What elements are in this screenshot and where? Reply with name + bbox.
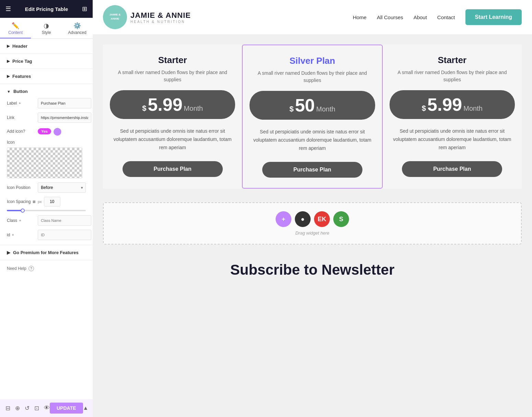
halfcircle-icon: ◑ — [44, 22, 49, 29]
icon-position-select-wrap: Before After — [38, 182, 86, 193]
card-title-0: Starter — [158, 55, 187, 65]
logo-brand-name: JAMIE & ANNIE — [130, 11, 191, 20]
tab-advanced[interactable]: ⚙️ Advanced — [62, 18, 93, 38]
icon-spacing-input[interactable] — [44, 197, 60, 206]
button-label-row: Label ✦ ⊞ — [7, 98, 86, 108]
price-amount-0: 5.99 — [148, 96, 182, 114]
card-body-0: Sed ut perspiciatis unde omnis iste natu… — [110, 127, 235, 152]
sidebar-title: Edit Pricing Table — [25, 6, 68, 12]
sparkle-icon-2: ✦ — [19, 218, 22, 223]
purchase-btn-1[interactable]: Purchase Plan — [262, 162, 362, 178]
sidebar-bottom-bar: ⊟ ⊕ ↺ ⊡ 👁 UPDATE ▲ — [0, 399, 93, 417]
go-premium-section[interactable]: ▶ Go Premium for More Features — [0, 245, 93, 260]
section-button: ▼ Button Label ✦ ⊞ Link ⚙ ⊞ — [0, 84, 93, 245]
id-label: id ✦ — [7, 233, 38, 237]
id-input[interactable] — [38, 230, 91, 240]
class-row: Class ✦ ⊞ — [7, 215, 86, 226]
pricing-cards-container: Starter A small river named Duden flows … — [103, 45, 522, 189]
price-box-2: $ 5.99 Month — [390, 90, 515, 119]
price-amount-2: 5.99 — [427, 96, 462, 114]
need-help-section[interactable]: Need Help ? — [0, 260, 93, 277]
section-features: ▶ Features — [0, 69, 93, 84]
pricing-card-2: Starter A small river named Duden flows … — [383, 45, 522, 189]
icon-label: Icon — [7, 140, 38, 145]
svg-text:JAMIE &: JAMIE & — [109, 13, 121, 16]
pencil-icon: ✏️ — [12, 22, 19, 29]
widget-icon-ek[interactable]: EK — [314, 211, 330, 227]
hamburger-icon[interactable]: ☰ — [5, 5, 11, 13]
grid-icon[interactable]: ⊞ — [82, 5, 87, 13]
card-title-2: Starter — [438, 55, 466, 65]
price-dollar-1: $ — [289, 105, 293, 114]
icon-position-label: Icon Position — [7, 185, 38, 190]
template-icon[interactable]: ⊡ — [34, 405, 39, 412]
price-box-0: $ 5.99 Month — [110, 90, 235, 119]
slider-thumb[interactable] — [21, 208, 25, 213]
nav-link-courses[interactable]: All Courses — [377, 14, 403, 20]
eye-icon[interactable]: 👁 — [44, 405, 50, 412]
subscribe-title: Subscribe to Newsletter — [103, 262, 522, 278]
help-icon: ? — [28, 266, 34, 271]
main-content: JAMIE & ANNIE JAMIE & ANNIE HEALTH & NUT… — [93, 0, 532, 417]
icon-spacing-slider[interactable] — [7, 210, 86, 211]
toggle-yes-badge: Yes — [38, 128, 51, 134]
card-title-1: Silver Plan — [290, 56, 335, 66]
drag-widget-text: Drag widget here — [296, 230, 329, 236]
section-button-toggle[interactable]: ▼ Button — [7, 89, 86, 94]
nav-links: Home All Courses About Contact Start Lea… — [353, 9, 522, 25]
nav-link-contact[interactable]: Contact — [437, 14, 455, 20]
monitor-icon: 🖥 — [32, 200, 36, 204]
purchase-btn-0[interactable]: Purchase Plan — [123, 161, 223, 177]
stack-icon[interactable]: ⊕ — [15, 405, 20, 412]
nav-link-about[interactable]: About — [414, 14, 427, 20]
layers-icon[interactable]: ⊟ — [5, 405, 10, 412]
class-label: Class ✦ — [7, 218, 38, 223]
icon-position-select[interactable]: Before After — [38, 182, 86, 193]
sidebar-topbar: ☰ Edit Pricing Table ⊞ — [0, 0, 93, 18]
card-desc-1: A small river named Duden flows by their… — [250, 70, 375, 84]
section-features-toggle[interactable]: ▶ Features — [7, 74, 86, 79]
chevron-right-icon: ▶ — [7, 44, 10, 48]
nav-logo: JAMIE & ANNIE JAMIE & ANNIE HEALTH & NUT… — [103, 5, 191, 29]
price-period-1: Month — [316, 105, 335, 113]
arrow-right-icon: ▶ — [7, 250, 10, 255]
card-desc-2: A small river named Duden flows by their… — [390, 69, 515, 83]
px-unit-label: px — [38, 200, 42, 204]
class-input[interactable] — [38, 215, 91, 226]
gear-icon: ⚙️ — [73, 22, 81, 29]
pricing-card-1: Silver Plan A small river named Duden fl… — [242, 45, 382, 189]
chevron-right-icon-2: ▶ — [7, 59, 10, 63]
widget-icon-add[interactable]: + — [276, 211, 291, 227]
sidebar-tabs: ✏️ Content ◑ Style ⚙️ Advanced — [0, 18, 93, 39]
button-label-input[interactable] — [38, 98, 91, 108]
button-link-label: Link — [7, 115, 38, 120]
price-box-1: $ 50 Month — [250, 91, 375, 120]
history-icon[interactable]: ↺ — [25, 405, 30, 412]
svg-text:ANNIE: ANNIE — [111, 17, 120, 20]
section-price-tag-toggle[interactable]: ▶ Price Tag — [7, 59, 86, 64]
section-header: ▶ Header — [0, 39, 93, 54]
add-icon-toggle[interactable]: Yes ⬤ — [38, 127, 62, 136]
sidebar: ☰ Edit Pricing Table ⊞ ✏️ Content ◑ Styl… — [0, 0, 93, 417]
sparkle-icon: ✦ — [18, 101, 21, 106]
button-link-input[interactable] — [38, 112, 91, 123]
section-header-toggle[interactable]: ▶ Header — [7, 44, 86, 49]
widget-icon-s[interactable]: S — [333, 211, 349, 227]
add-icon-row: Add icon? Yes ⬤ — [7, 127, 86, 136]
tab-content[interactable]: ✏️ Content — [0, 18, 31, 38]
tab-style[interactable]: ◑ Style — [31, 18, 62, 38]
icon-preview-row: Icon — [7, 140, 86, 178]
nav-cta-button[interactable]: Start Learning — [465, 9, 522, 25]
nav-bar: JAMIE & ANNIE JAMIE & ANNIE HEALTH & NUT… — [93, 0, 532, 34]
icon-preview-box[interactable] — [7, 147, 82, 178]
card-body-2: Sed ut perspiciatis unde omnis iste natu… — [390, 127, 515, 152]
chevron-up-icon[interactable]: ▲ — [83, 405, 89, 411]
toggle-switch[interactable]: ⬤ — [53, 127, 62, 136]
widget-drop-zone[interactable]: + ● EK S Drag widget here — [103, 202, 522, 245]
purchase-btn-2[interactable]: Purchase Plan — [402, 161, 502, 177]
section-price-tag: ▶ Price Tag — [0, 54, 93, 69]
update-button[interactable]: UPDATE — [50, 403, 83, 414]
nav-link-home[interactable]: Home — [353, 14, 367, 20]
card-desc-0: A small river named Duden flows by their… — [110, 69, 235, 83]
widget-icon-dark[interactable]: ● — [295, 211, 311, 227]
